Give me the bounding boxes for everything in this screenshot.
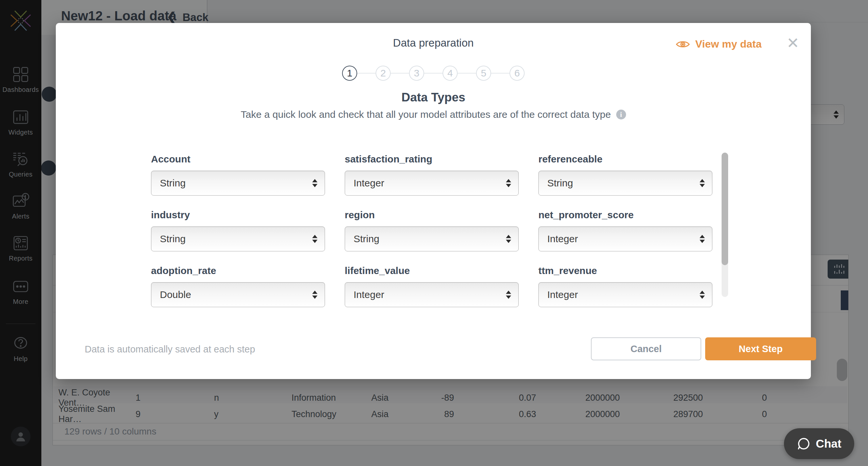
close-icon[interactable]: ✕: [786, 34, 799, 52]
step-subtitle-row: Take a quick look and check that all you…: [56, 109, 811, 120]
step-6[interactable]: 6: [509, 66, 525, 81]
step-connector: [491, 73, 509, 73]
step-4[interactable]: 4: [442, 66, 458, 81]
field-label: region: [345, 209, 519, 222]
field-label: satisfaction_rating: [345, 154, 519, 167]
chat-label: Chat: [816, 437, 841, 450]
select-value: String: [353, 233, 379, 245]
chat-bubble-icon: [797, 437, 811, 451]
field-satisfaction-rating: satisfaction_rating Integer: [345, 154, 519, 195]
account-type-select[interactable]: String: [151, 170, 325, 195]
modal-scrollbar-track[interactable]: [721, 153, 728, 297]
field-net-promoter-score: net_promoter_score Integer: [538, 209, 712, 251]
step-indicator: 1 2 3 4 5 6: [342, 66, 525, 81]
field-referenceable: referenceable String: [538, 154, 712, 195]
lifetime-value-type-select[interactable]: Integer: [345, 282, 519, 307]
select-arrows-icon: [312, 291, 317, 299]
referenceable-type-select[interactable]: String: [538, 170, 712, 195]
field-industry: industry String: [151, 209, 325, 251]
field-ttm-revenue: ttm_revenue Integer: [538, 265, 712, 307]
select-arrows-icon: [700, 179, 705, 187]
field-label: adoption_rate: [151, 265, 325, 278]
select-value: String: [160, 233, 185, 245]
select-arrows-icon: [312, 179, 317, 187]
select-arrows-icon: [700, 235, 705, 243]
ttm-revenue-type-select[interactable]: Integer: [538, 282, 712, 307]
select-arrows-icon: [506, 291, 511, 299]
field-region: region String: [345, 209, 519, 251]
step-3[interactable]: 3: [409, 66, 424, 81]
select-arrows-icon: [506, 179, 511, 187]
autosave-note: Data is automatically saved at each step: [85, 344, 255, 355]
step-connector: [357, 73, 376, 73]
select-value: String: [160, 178, 185, 189]
select-value: Integer: [547, 289, 578, 300]
step-connector: [458, 73, 476, 73]
step-2[interactable]: 2: [376, 66, 391, 81]
step-subtitle: Take a quick look and check that all you…: [241, 109, 611, 120]
step-5[interactable]: 5: [476, 66, 491, 81]
select-arrows-icon: [506, 235, 511, 243]
industry-type-select[interactable]: String: [151, 226, 325, 251]
adoption-rate-type-select[interactable]: Double: [151, 282, 325, 307]
net-promoter-score-type-select[interactable]: Integer: [538, 226, 712, 251]
view-my-data-link[interactable]: View my data: [676, 38, 762, 50]
cancel-button[interactable]: Cancel: [591, 337, 701, 360]
step-connector: [391, 73, 409, 73]
next-step-button[interactable]: Next Step: [705, 337, 816, 360]
field-label: referenceable: [538, 154, 712, 167]
data-preparation-modal: Data preparation View my data ✕ 1 2 3 4 …: [56, 23, 811, 379]
step-connector: [424, 73, 442, 73]
select-value: Double: [160, 289, 191, 300]
select-value: Integer: [353, 289, 384, 300]
modal-scrollbar-thumb[interactable]: [721, 153, 728, 265]
region-type-select[interactable]: String: [345, 226, 519, 251]
select-arrows-icon: [312, 235, 317, 243]
field-account: Account String: [151, 154, 325, 195]
eye-icon: [676, 39, 690, 49]
data-type-fields: Account String satisfaction_rating Integ…: [151, 154, 712, 307]
select-arrows-icon: [700, 291, 705, 299]
info-icon[interactable]: i: [616, 110, 626, 120]
view-my-data-label: View my data: [695, 38, 762, 50]
select-value: Integer: [547, 233, 578, 245]
field-adoption-rate: adoption_rate Double: [151, 265, 325, 307]
field-label: ttm_revenue: [538, 265, 712, 278]
field-label: lifetime_value: [345, 265, 519, 278]
step-1[interactable]: 1: [342, 66, 357, 81]
chat-button[interactable]: Chat: [784, 428, 854, 459]
field-lifetime-value: lifetime_value Integer: [345, 265, 519, 307]
field-label: net_promoter_score: [538, 209, 712, 222]
select-value: Integer: [353, 178, 384, 189]
satisfaction-rating-type-select[interactable]: Integer: [345, 170, 519, 195]
field-label: Account: [151, 154, 325, 167]
field-label: industry: [151, 209, 325, 222]
select-value: String: [547, 178, 573, 189]
step-heading: Data Types: [56, 91, 811, 104]
